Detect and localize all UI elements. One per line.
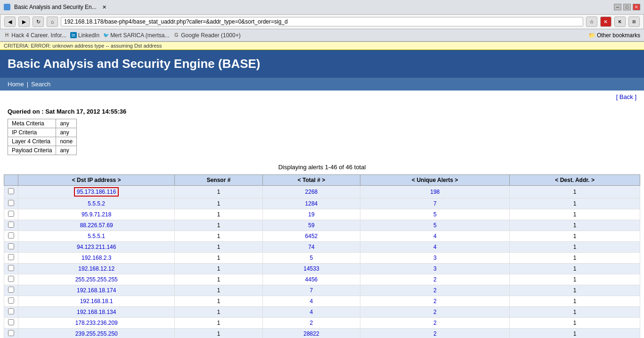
total-link[interactable]: 59 — [308, 222, 314, 229]
row-sensor: 1 — [175, 242, 262, 253]
row-checkbox[interactable] — [8, 232, 14, 239]
unique-link[interactable]: 2 — [433, 287, 437, 294]
row-dest: 1 — [510, 231, 640, 242]
ip-link[interactable]: 5.5.5.2 — [88, 200, 105, 207]
unique-link[interactable]: 5 — [433, 222, 437, 229]
row-checkbox-cell — [4, 198, 18, 209]
unique-link[interactable]: 3 — [433, 265, 437, 272]
total-link[interactable]: 4 — [310, 298, 313, 305]
row-checkbox[interactable] — [8, 200, 14, 206]
row-total: 28822 — [262, 329, 360, 338]
column-header-dest[interactable]: < Dest. Addr. > — [510, 175, 640, 186]
row-checkbox[interactable] — [8, 265, 14, 271]
total-link[interactable]: 5 — [310, 255, 313, 261]
unique-link[interactable]: 2 — [433, 320, 437, 326]
row-checkbox[interactable] — [8, 222, 14, 228]
row-sensor: 1 — [175, 186, 262, 198]
row-dest: 1 — [510, 209, 640, 220]
unique-link[interactable]: 2 — [433, 276, 437, 283]
total-link[interactable]: 6452 — [305, 233, 318, 239]
row-dst-ip: 5.5.5.2 — [18, 198, 175, 209]
tab-close-btn[interactable]: ✕ — [102, 4, 106, 10]
row-unique: 2 — [360, 285, 510, 296]
url-input[interactable] — [61, 17, 583, 26]
row-checkbox[interactable] — [8, 287, 14, 293]
ip-link[interactable]: 192.168.18.1 — [80, 298, 113, 305]
total-link[interactable]: 7 — [310, 287, 313, 294]
row-dst-ip: 5.5.5.1 — [18, 231, 175, 242]
unique-link[interactable]: 4 — [433, 244, 437, 250]
bookmark-google-reader[interactable]: G Google Reader (1000+) — [173, 32, 240, 39]
ip-link[interactable]: 88.226.57.69 — [80, 222, 113, 229]
bookmark-twitter[interactable]: 🐦 Mert SARICA (mertsa... — [103, 32, 169, 39]
reload-button[interactable]: ↻ — [33, 16, 44, 27]
unique-link[interactable]: 3 — [433, 255, 437, 261]
forward-nav-button[interactable]: ▶ — [18, 16, 30, 27]
star-button[interactable]: ☆ — [586, 16, 597, 27]
row-checkbox[interactable] — [8, 243, 14, 249]
minimize-button[interactable]: ─ — [614, 4, 621, 10]
ip-link[interactable]: 95.173.186.116 — [77, 189, 116, 195]
home-button[interactable]: ⌂ — [47, 16, 58, 27]
total-link[interactable]: 2268 — [305, 189, 318, 195]
ip-link[interactable]: 192.168.18.174 — [77, 287, 116, 294]
other-bookmarks[interactable]: 📁 Other bookmarks — [588, 32, 640, 39]
table-row: 192.168.18.1741721 — [4, 285, 640, 296]
nav-home[interactable]: Home — [8, 81, 24, 88]
row-dest: 1 — [510, 186, 640, 198]
criteria-row: IP Criteriaany — [8, 128, 77, 137]
row-checkbox[interactable] — [8, 276, 14, 282]
row-checkbox[interactable] — [8, 297, 14, 304]
unique-link[interactable]: 5 — [433, 211, 437, 218]
query-date-value: Sat March 17, 2012 14:55:36 — [45, 108, 126, 115]
table-row: 88.226.57.6915951 — [4, 220, 640, 231]
unique-link[interactable]: 2 — [433, 309, 437, 315]
ip-link[interactable]: 94.123.211.146 — [77, 244, 116, 250]
addon-button-1[interactable]: K — [614, 16, 626, 27]
column-header-total[interactable]: < Total # > — [262, 175, 360, 186]
table-row: 95.173.186.116122681981 — [4, 186, 640, 198]
kaspersky-icon[interactable]: K — [600, 16, 611, 27]
close-button[interactable]: ✕ — [633, 4, 640, 10]
ip-link[interactable]: 255.255.255.255 — [75, 276, 118, 283]
row-total: 4 — [262, 307, 360, 318]
column-header-sensor[interactable]: Sensor # — [175, 175, 262, 186]
row-checkbox[interactable] — [8, 330, 14, 336]
unique-link[interactable]: 4 — [433, 233, 437, 239]
ip-link[interactable]: 192.168.2.3 — [82, 255, 111, 261]
total-link[interactable]: 74 — [308, 244, 314, 250]
row-checkbox[interactable] — [8, 254, 14, 260]
ip-link[interactable]: 192.168.18.134 — [77, 309, 116, 315]
total-link[interactable]: 4456 — [305, 276, 318, 283]
row-checkbox[interactable] — [8, 319, 14, 325]
total-link[interactable]: 2 — [310, 320, 313, 326]
row-checkbox[interactable] — [8, 188, 14, 194]
row-checkbox[interactable] — [8, 211, 14, 217]
ip-link[interactable]: 95.9.71.218 — [82, 211, 111, 218]
total-link[interactable]: 14533 — [303, 265, 319, 272]
total-link[interactable]: 1284 — [305, 200, 318, 207]
unique-link[interactable]: 2 — [433, 298, 437, 305]
bookmark-hack4career[interactable]: H Hack 4 Career. Infor... — [4, 32, 66, 39]
unique-link[interactable]: 198 — [430, 189, 440, 195]
row-sensor: 1 — [175, 198, 262, 209]
unique-link[interactable]: 7 — [433, 200, 437, 207]
query-info: Queried on : Sat March 17, 2012 14:55:36… — [0, 103, 644, 160]
column-header-unique[interactable]: < Unique Alerts > — [360, 175, 510, 186]
maximize-button[interactable]: □ — [623, 4, 631, 10]
ip-link[interactable]: 192.168.12.12 — [78, 265, 114, 272]
ip-link[interactable]: 5.5.5.1 — [88, 233, 105, 239]
ip-link[interactable]: 239.255.255.250 — [75, 330, 118, 337]
ip-link[interactable]: 178.233.236.209 — [75, 320, 118, 326]
total-link[interactable]: 19 — [308, 211, 314, 218]
back-link[interactable]: [ Back ] — [616, 93, 636, 100]
nav-search[interactable]: Search — [31, 81, 50, 88]
total-link[interactable]: 28822 — [303, 330, 319, 337]
addon-button-2[interactable]: ⊞ — [628, 16, 640, 27]
unique-link[interactable]: 2 — [433, 330, 437, 337]
total-link[interactable]: 4 — [310, 309, 313, 315]
back-nav-button[interactable]: ◀ — [4, 16, 16, 27]
column-header-dst_ip[interactable]: < Dst IP address > — [18, 175, 175, 186]
row-checkbox[interactable] — [8, 308, 14, 314]
bookmark-linkedin[interactable]: in LinkedIn — [70, 32, 99, 39]
